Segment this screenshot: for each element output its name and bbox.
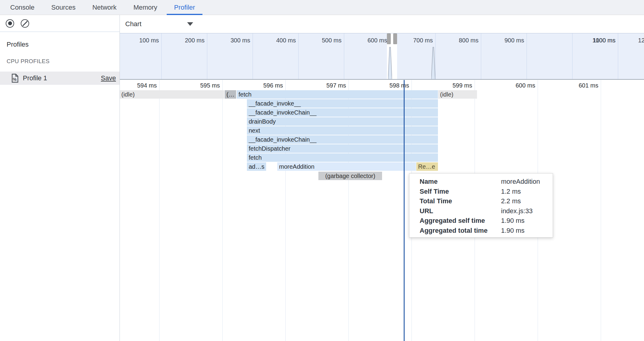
cpu-profiles-section-label: CPU PROFILES	[7, 58, 50, 65]
tab-label: Memory	[133, 4, 157, 11]
profile-list-item[interactable]: % Profile 1 Save	[0, 72, 120, 85]
tooltip-row: Self Time 1.2 ms	[420, 187, 550, 197]
overview-tick-label: 100 ms	[120, 37, 159, 44]
tooltip-value: 2.2 ms	[501, 196, 550, 206]
profile-document-icon: %	[11, 74, 19, 83]
flame-bar[interactable]: ad…s	[247, 162, 266, 171]
overview-gridline	[481, 33, 481, 79]
overview-gridline	[161, 33, 162, 79]
detail-gridline	[159, 80, 159, 341]
overview-gridline	[435, 33, 436, 79]
profiler-main-pane: Chart 100 ms200 ms300 ms400 ms500 ms600 …	[120, 15, 644, 341]
profile-name: Profile 1	[23, 74, 47, 82]
overview-tick-label: 1200 ms	[619, 37, 644, 44]
overview-tick-label: 800 ms	[436, 37, 478, 44]
tooltip-row: Aggregated self time 1.90 ms	[420, 216, 550, 226]
overview-gridline	[207, 33, 207, 79]
flame-bar[interactable]: drainBody	[247, 117, 438, 126]
ruler-tick-label: 601 ms	[553, 82, 598, 89]
ruler-tick-label: 598 ms	[363, 82, 409, 89]
flame-bar[interactable]: __facade_invokeChain__	[247, 108, 438, 117]
overview-gridline	[298, 33, 299, 79]
ruler-tick-label: 600 ms	[490, 82, 535, 89]
ruler-tick-label: 599 ms	[427, 82, 472, 89]
tooltip-value: 1.90 ms	[501, 216, 550, 226]
playhead-line	[404, 80, 405, 341]
tab-label: Network	[92, 4, 117, 11]
flame-bar[interactable]: (idle)	[120, 90, 224, 99]
flame-bar[interactable]: (garbage collector)	[318, 172, 382, 180]
flame-chart-area[interactable]: 594 ms595 ms596 ms597 ms598 ms599 ms600 …	[120, 80, 644, 341]
tab-profiler[interactable]: Profiler	[167, 0, 203, 15]
flame-bar[interactable]: (…	[225, 90, 236, 99]
svg-text:%: %	[13, 77, 17, 82]
tab-label: Profiler	[174, 4, 195, 11]
flame-bar[interactable]: (idle)	[438, 90, 477, 99]
tooltip-label: Self Time	[420, 187, 501, 197]
devtools-window: Console Sources Network Memory Profiler …	[0, 0, 644, 341]
detail-gridline	[601, 80, 601, 341]
frame-tooltip: Name moreAddition Self Time 1.2 ms Total…	[409, 173, 553, 238]
tooltip-value: 1.2 ms	[501, 187, 550, 197]
tooltip-label: Aggregated self time	[420, 216, 501, 226]
tab-sources[interactable]: Sources	[44, 0, 83, 15]
view-mode-select[interactable]: Chart	[125, 19, 193, 29]
tab-console[interactable]: Console	[3, 0, 42, 15]
save-profile-link[interactable]: Save	[101, 74, 116, 82]
detail-gridline	[222, 80, 223, 341]
tooltip-row: URL index.js:33	[420, 206, 550, 216]
overview-gridline	[572, 33, 573, 79]
overview-tick-label: 700 ms	[391, 37, 433, 44]
cpu-activity-spike	[431, 46, 435, 80]
tooltip-label: Aggregated total time	[420, 226, 501, 236]
overview-tick-label: 300 ms	[208, 37, 250, 44]
timeline-overview[interactable]: 100 ms200 ms300 ms400 ms500 ms600 ms700 …	[120, 33, 644, 80]
tooltip-label: Total Time	[420, 196, 501, 206]
flame-bar[interactable]: fetch	[237, 90, 438, 99]
flame-bar[interactable]: __facade_invokeChain__	[247, 135, 438, 144]
clear-profiles-button[interactable]	[20, 19, 29, 28]
record-icon	[6, 19, 14, 28]
tab-label: Sources	[51, 4, 76, 11]
view-mode-value: Chart	[125, 20, 141, 28]
overview-gridline	[618, 33, 618, 79]
tooltip-row: Aggregated total time 1.90 ms	[420, 226, 550, 236]
overview-tick-label: 500 ms	[299, 37, 342, 44]
sidebar: Profiles CPU PROFILES % Profile 1 Save	[0, 15, 120, 341]
cpu-activity-spike	[388, 46, 392, 80]
ruler-tick-label: 594 ms	[120, 82, 157, 89]
ruler-tick-label: 597 ms	[300, 82, 346, 89]
tab-memory[interactable]: Memory	[126, 0, 165, 15]
overview-tick-label: 600 ms	[345, 37, 387, 44]
tooltip-value: index.js:33	[501, 206, 550, 216]
ruler-tick-label: 595 ms	[174, 82, 220, 89]
flame-bar[interactable]: Re…e	[416, 162, 438, 171]
selection-handle-right[interactable]	[393, 33, 397, 44]
tab-label: Console	[10, 4, 35, 11]
flame-bar[interactable]: fetchDispatcher	[247, 144, 438, 153]
clear-icon	[21, 19, 29, 28]
tooltip-label: URL	[420, 206, 501, 216]
chevron-down-icon	[187, 22, 193, 26]
overview-tick-label: 200 ms	[163, 37, 205, 44]
record-profile-button[interactable]	[5, 19, 14, 28]
flame-bar[interactable]: moreAddition	[277, 162, 416, 171]
tooltip-label: Name	[420, 177, 501, 187]
flame-bar[interactable]: __facade_invoke__	[247, 99, 438, 108]
tab-network[interactable]: Network	[85, 0, 124, 15]
flame-bar[interactable]: fetch	[247, 153, 438, 162]
devtools-tab-bar: Console Sources Network Memory Profiler	[0, 0, 644, 15]
overview-gridline	[253, 33, 253, 79]
overview-tick-label: 900 ms	[482, 37, 524, 44]
overview-tick-label: 400 ms	[254, 37, 296, 44]
profiler-controls	[0, 15, 120, 32]
overview-tick-label: 1100 ms	[573, 37, 615, 44]
flame-bar[interactable]: next	[247, 126, 438, 135]
overview-gridline	[527, 33, 527, 79]
selection-handle-left[interactable]	[387, 33, 391, 44]
tooltip-row: Total Time 2.2 ms	[420, 196, 550, 206]
overview-gridline	[344, 33, 344, 79]
tooltip-value: moreAddition	[501, 177, 550, 187]
tooltip-value: 1.90 ms	[501, 226, 550, 236]
view-toolbar: Chart	[120, 15, 644, 33]
